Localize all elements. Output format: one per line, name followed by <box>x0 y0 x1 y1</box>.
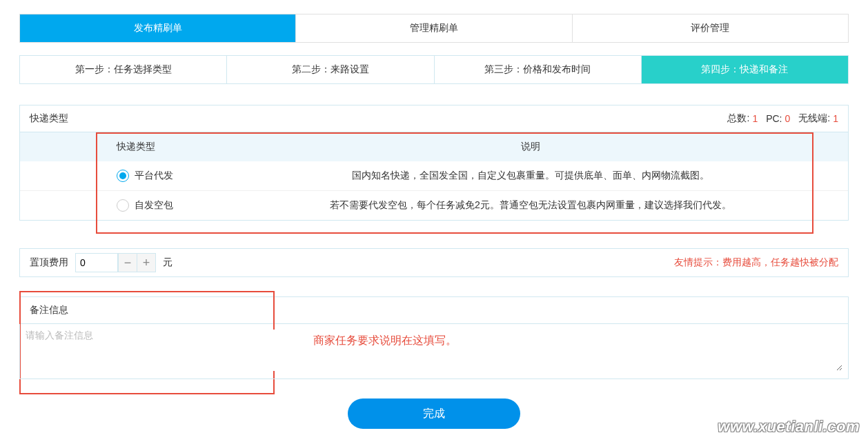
radio-icon <box>117 170 129 182</box>
step-tab-2[interactable]: 第二步：来路设置 <box>227 56 434 83</box>
pc-value: 0 <box>785 113 791 124</box>
option-desc: 若不需要代发空包，每个任务减免2元。普通空包无法设置包裹内网重量，建议选择我们代… <box>213 191 848 221</box>
total-value: 1 <box>752 113 758 124</box>
step-tab-4[interactable]: 第四步：快递和备注 <box>642 56 848 83</box>
remark-textarea[interactable] <box>26 330 842 371</box>
watermark: www.xuetianli.com <box>718 418 860 436</box>
stats-bar: 总数: 1 PC: 0 无线端: 1 <box>727 112 838 125</box>
option-label: 平台代发 <box>135 170 173 182</box>
col-header-desc: 说明 <box>213 132 848 161</box>
radio-self-send[interactable]: 自发空包 <box>117 199 205 212</box>
option-row-platform: 平台代发 国内知名快递，全国发全国，自定义包裹重量。可提供底单、面单、内网物流截… <box>20 161 848 191</box>
section-title: 快递类型 <box>30 112 68 125</box>
mobile-label: 无线端: <box>798 112 830 125</box>
radio-icon <box>117 199 129 212</box>
option-label: 自发空包 <box>135 199 173 212</box>
pin-fee-input[interactable] <box>75 253 118 272</box>
tab-review[interactable]: 评价管理 <box>573 14 848 42</box>
tab-publish[interactable]: 发布精刷单 <box>20 14 296 42</box>
express-options-wrapper: 快递类型 说明 平台代发 国内知名快递，全国发全国，自定义包裹重量。可提供底单、… <box>19 132 849 221</box>
express-options-table: 快递类型 说明 平台代发 国内知名快递，全国发全国，自定义包裹重量。可提供底单、… <box>20 132 848 220</box>
pin-fee-hint: 友情提示：费用越高，任务越快被分配 <box>674 256 838 269</box>
step-tab-1[interactable]: 第一步：任务选择类型 <box>20 56 227 83</box>
remark-container: 备注信息 商家任务要求说明在这填写。 <box>19 296 849 379</box>
remark-title: 备注信息 <box>19 296 849 324</box>
step-nav-tabs: 第一步：任务选择类型 第二步：来路设置 第三步：价格和发布时间 第四步：快递和备… <box>19 55 849 84</box>
total-label: 总数: <box>727 112 749 125</box>
top-nav-tabs: 发布精刷单 管理精刷单 评价管理 <box>19 14 849 43</box>
pc-label: PC: <box>766 113 782 124</box>
remark-body: 商家任务要求说明在这填写。 <box>19 324 849 379</box>
pin-fee-row: 置顶费用 − + 元 友情提示：费用越高，任务越快被分配 <box>19 248 849 277</box>
tab-manage[interactable]: 管理精刷单 <box>296 14 572 42</box>
step-tab-3[interactable]: 第三步：价格和发布时间 <box>435 56 642 83</box>
col-header-type: 快递类型 <box>20 132 213 161</box>
section-header: 快递类型 总数: 1 PC: 0 无线端: 1 <box>19 105 849 132</box>
option-desc: 国内知名快递，全国发全国，自定义包裹重量。可提供底单、面单、内网物流截图。 <box>213 161 848 191</box>
mobile-value: 1 <box>833 113 838 124</box>
radio-platform-proxy[interactable]: 平台代发 <box>117 170 205 182</box>
submit-button[interactable]: 完成 <box>348 398 520 429</box>
stepper-plus-button[interactable]: + <box>137 253 156 272</box>
pin-fee-label: 置顶费用 <box>30 256 68 269</box>
pin-fee-unit: 元 <box>163 256 172 269</box>
stepper-minus-button[interactable]: − <box>118 253 137 272</box>
option-row-self: 自发空包 若不需要代发空包，每个任务减免2元。普通空包无法设置包裹内网重量，建议… <box>20 191 848 221</box>
